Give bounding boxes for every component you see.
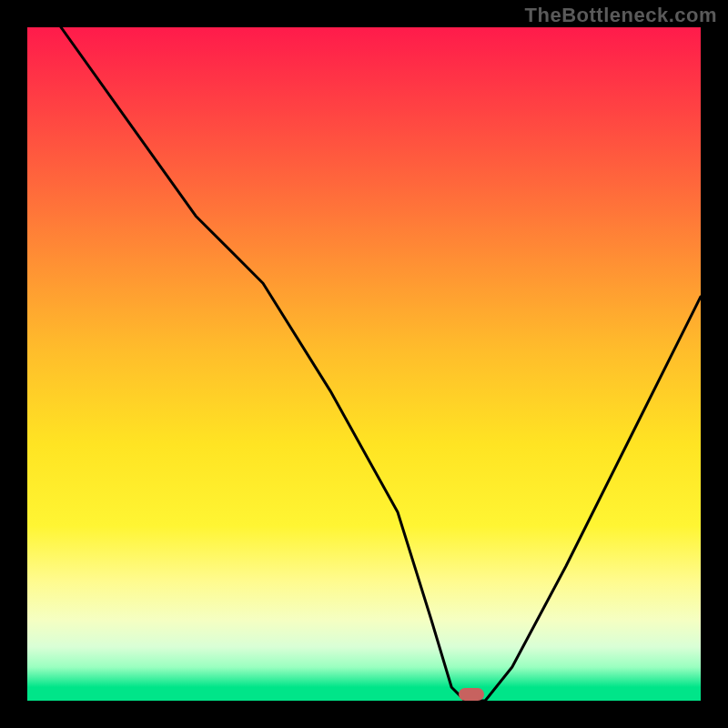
watermark-text: TheBottleneck.com xyxy=(525,4,717,27)
plot-area xyxy=(27,27,701,701)
optimal-marker xyxy=(459,688,484,701)
bottleneck-curve xyxy=(61,27,701,701)
chart-frame: TheBottleneck.com xyxy=(0,0,728,728)
curve-svg xyxy=(27,27,701,701)
